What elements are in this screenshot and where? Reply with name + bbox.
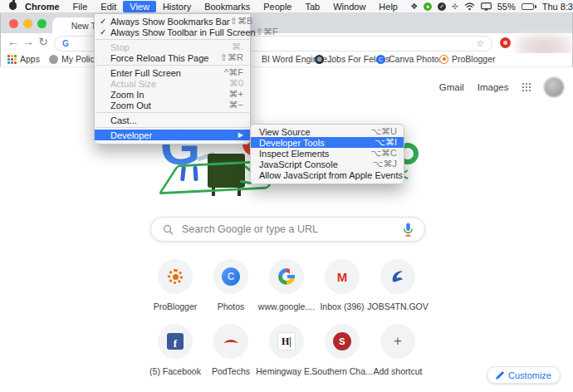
- bookmark-apps[interactable]: Apps: [7, 54, 40, 64]
- minimize-window-button[interactable]: [23, 19, 32, 28]
- menubar-item-bookmarks[interactable]: Bookmarks: [198, 1, 257, 12]
- menu-item-zoom-in[interactable]: Zoom In ⌘+: [95, 89, 250, 100]
- webex-icon[interactable]: ●: [424, 2, 432, 11]
- menu-item-enter-full-screen[interactable]: Enter Full Screen ^⌘F: [95, 67, 250, 78]
- back-icon[interactable]: ←: [6, 35, 21, 48]
- profile-avatar[interactable]: [544, 77, 564, 97]
- globe-favicon: ◍: [315, 55, 324, 64]
- menubar-clock[interactable]: Thu 8:3: [542, 2, 573, 12]
- view-menu-dropdown: ✓ Always Show Bookmarks Bar ⇧⌘B ✓ Always…: [94, 13, 251, 145]
- bookmark-star-icon[interactable]: ☆: [476, 38, 484, 49]
- menu-item-force-reload[interactable]: Force Reload This Page ⇧⌘R: [95, 52, 250, 63]
- macos-menu-bar: Chrome File Edit View History Bookmarks …: [0, 0, 573, 13]
- new-tab-page: Gmail Images G Search Google or type a U…: [1, 68, 572, 391]
- fan-status-icon[interactable]: ✣: [452, 2, 458, 11]
- menubar-item-help[interactable]: Help: [372, 1, 404, 12]
- menu-separator: [96, 112, 249, 113]
- menu-item-javascript-console[interactable]: JavaScript Console ⌥⌘J: [251, 159, 404, 169]
- menubar-item-tab[interactable]: Tab: [298, 1, 326, 12]
- page-header: Gmail Images: [439, 77, 564, 97]
- southern-logo-icon: S: [333, 332, 351, 350]
- check-status-icon[interactable]: ✓: [438, 2, 446, 11]
- problogger-favicon: [439, 55, 448, 64]
- menubar-item-chrome[interactable]: Chrome: [18, 1, 66, 12]
- problogger-logo-icon: [168, 269, 183, 284]
- menu-item-developer-tools[interactable]: Developer Tools ⌥⌘I: [251, 137, 404, 148]
- customize-button[interactable]: Customize: [487, 366, 561, 384]
- battery-percent: 55%: [497, 2, 516, 12]
- browser-toolbar: ← → ↻ G ☆: [0, 33, 573, 53]
- hemingway-logo-icon: H|: [277, 332, 296, 350]
- menu-item-stop: Stop ⌘.: [95, 42, 250, 52]
- menubar-item-file[interactable]: File: [66, 1, 95, 12]
- apple-menu-icon[interactable]: [7, 2, 18, 12]
- check-icon: ✓: [100, 17, 110, 26]
- submenu-arrow-icon: ▶: [238, 131, 243, 139]
- battery-icon: [522, 3, 536, 10]
- search-placeholder: Search Google or type a URL: [182, 223, 318, 235]
- menu-item-always-show-bookmarks-bar[interactable]: ✓ Always Show Bookmarks Bar ⇧⌘B: [95, 16, 250, 27]
- extension-icon[interactable]: [500, 37, 511, 48]
- wifi-icon[interactable]: [464, 2, 475, 11]
- menubar-status-area: ❖ ● ✓ ✣ 55% Thu 8:3: [410, 2, 573, 12]
- canva-favicon: C: [376, 55, 385, 64]
- images-link[interactable]: Images: [478, 82, 509, 92]
- menu-separator: [96, 39, 249, 40]
- bookmarks-bar: Apps My Policy Sum BI Word Enginee... ◍ …: [0, 53, 573, 67]
- forward-icon[interactable]: →: [21, 35, 36, 48]
- policy-favicon: [49, 55, 58, 64]
- close-window-button[interactable]: [9, 19, 18, 28]
- menu-item-developer[interactable]: Developer ▶: [95, 130, 250, 140]
- mic-icon[interactable]: [403, 223, 414, 237]
- google-favicon: G: [62, 39, 69, 48]
- menubar-item-edit[interactable]: Edit: [94, 1, 123, 12]
- menubar-item-history[interactable]: History: [156, 1, 198, 12]
- photos-logo-icon: C: [222, 267, 240, 286]
- airplay-display-icon[interactable]: [481, 2, 492, 11]
- screen: Chrome File Edit View History Bookmarks …: [0, 0, 573, 392]
- podtechs-logo-icon: [223, 336, 239, 346]
- developer-submenu: View Source ⌥⌘U Developer Tools ⌥⌘I Insp…: [250, 124, 404, 184]
- plus-icon: +: [394, 333, 402, 350]
- menu-item-actual-size: Actual Size ⌘0: [95, 78, 250, 89]
- search-icon: [163, 224, 174, 235]
- menubar-item-view[interactable]: View: [123, 1, 156, 12]
- add-shortcut-button[interactable]: + Add shortcut: [365, 324, 431, 376]
- check-icon: ✓: [100, 27, 110, 37]
- zoom-window-button[interactable]: [37, 19, 47, 28]
- menu-item-allow-javascript-apple-events[interactable]: Allow JavaScript from Apple Events: [251, 169, 404, 180]
- gmail-logo-icon: M: [337, 270, 348, 284]
- tab-strip: New Tab: [0, 13, 573, 33]
- menu-item-view-source[interactable]: View Source ⌥⌘U: [251, 126, 404, 137]
- menu-separator: [96, 127, 249, 128]
- menu-separator: [96, 65, 249, 66]
- bookmark-canva-photos[interactable]: C Canva Photos: [376, 54, 443, 64]
- menu-item-always-show-toolbar[interactable]: ✓ Always Show Toolbar in Full Screen ⇧⌘F: [95, 27, 250, 37]
- menu-item-inspect-elements[interactable]: Inspect Elements ⌥⌘C: [251, 148, 404, 159]
- menubar-item-people[interactable]: People: [257, 1, 298, 12]
- apps-grid-icon: [7, 55, 17, 64]
- facebook-logo-icon: f: [167, 333, 184, 350]
- google-search-box[interactable]: Search Google or type a URL: [150, 217, 425, 242]
- dropbox-icon[interactable]: ❖: [410, 2, 418, 11]
- menu-item-cast[interactable]: Cast...: [95, 115, 250, 125]
- menubar-item-window[interactable]: Window: [326, 1, 372, 12]
- bookmark-problogger[interactable]: ProBlogger: [439, 54, 496, 64]
- google-g-logo-icon: [278, 268, 295, 285]
- shortcut-jobs4tn[interactable]: JOBS4TN.GOV: [365, 259, 431, 311]
- menu-item-zoom-out[interactable]: Zoom Out ⌘−: [95, 100, 250, 110]
- jobs4tn-logo-icon: [389, 268, 406, 285]
- apps-launcher-icon[interactable]: [522, 83, 531, 92]
- reload-icon[interactable]: ↻: [36, 35, 51, 48]
- gmail-link[interactable]: Gmail: [439, 82, 464, 92]
- pencil-icon: [496, 371, 504, 380]
